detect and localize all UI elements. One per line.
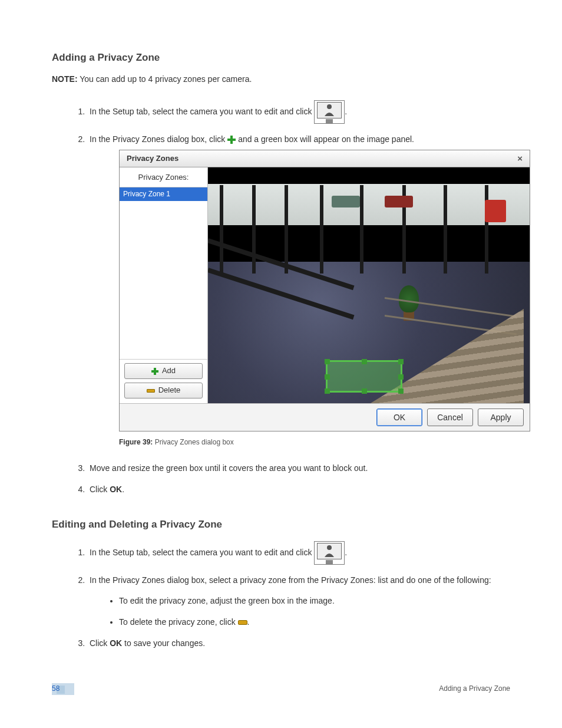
svg-point-1 [327,545,332,550]
cancel-button[interactable]: Cancel [427,409,473,426]
edit-sub-2-text-b: . [247,617,250,627]
privacy-zone-overlay[interactable] [326,360,402,393]
edit-step-1-text-a: In the Setup tab, select the camera you … [90,548,314,557]
step-3: Move and resize the green box until it c… [87,462,510,474]
delete-button-label: Delete [158,385,181,396]
zone-list-header: Privacy Zones: [120,167,207,187]
step-4-text-a: Click [90,485,110,494]
edit-step-3-text-c: to save your changes. [122,638,205,648]
figure-caption-text: Privacy Zones dialog box [153,438,233,446]
dialog-close-button[interactable]: × [515,152,525,165]
zone-list-item[interactable]: Privacy Zone 1 [120,187,207,201]
step-4: Click OK. [87,483,510,495]
svg-point-0 [327,104,332,109]
edit-sub-2-text-a: To delete the privacy zone, click [119,617,238,627]
page-footer: 58 Adding a Privacy Zone [52,684,510,693]
step-2: In the Privacy Zones dialog box, click a… [87,133,510,448]
edit-step-1: In the Setup tab, select the camera you … [87,541,510,565]
heading-editing-deleting: Editing and Deleting a Privacy Zone [52,519,510,531]
add-zone-button[interactable]: Add [124,363,203,379]
page-number: 58 [52,684,59,693]
step-1-text-a: In the Setup tab, select the camera you … [90,107,314,116]
edit-step-3-ok: OK [110,638,122,648]
steps-list-2: In the Setup tab, select the camera you … [87,541,510,649]
add-plus-icon [151,368,158,375]
add-plus-icon [227,136,236,144]
privacy-zone-tool-icon [314,541,345,565]
note-paragraph: NOTE: You can add up to 4 privacy zones … [52,74,510,84]
edit-step-2-sublist: To edit the privacy zone, adjust the gre… [119,595,510,628]
footer-section-label: Adding a Privacy Zone [439,684,510,693]
dialog-titlebar: Privacy Zones × [120,150,530,167]
edit-step-3: Click OK to save your changes. [87,637,510,649]
figure-label: Figure 39: [119,438,153,446]
apply-button[interactable]: Apply [478,409,524,426]
privacy-zones-dialog: Privacy Zones × Privacy Zones: Privacy Z… [119,150,530,431]
step-1-text-b: . [345,107,347,116]
edit-step-1-text-b: . [345,548,347,557]
step-2-text-b: and a green box will appear on the image… [238,134,414,144]
privacy-zone-tool-icon [314,100,345,124]
edit-step-3-text-a: Click [90,638,110,648]
edit-step-2-text: In the Privacy Zones dialog box, select … [90,575,491,585]
step-1: In the Setup tab, select the camera you … [87,100,510,124]
dialog-sidebar: Privacy Zones: Privacy Zone 1 Add [120,167,208,403]
zone-list[interactable]: Privacy Zone 1 [120,187,207,360]
edit-sub-1: To edit the privacy zone, adjust the gre… [119,595,510,607]
step-4-ok: OK [110,485,122,494]
delete-minus-icon [147,389,155,393]
delete-minus-icon [238,620,247,625]
step-2-text-a: In the Privacy Zones dialog box, click [90,134,227,144]
note-text: You can add up to 4 privacy zones per ca… [78,74,252,84]
step-4-text-c: . [122,485,124,494]
heading-adding-privacy-zone: Adding a Privacy Zone [52,52,510,64]
dialog-title-text: Privacy Zones [127,153,178,164]
edit-step-2: In the Privacy Zones dialog box, select … [87,574,510,628]
note-label: NOTE: [52,74,78,84]
edit-sub-2: To delete the privacy zone, click . [119,616,510,628]
dialog-footer: OK Cancel Apply [120,403,530,431]
steps-list-1: In the Setup tab, select the camera you … [87,100,510,495]
ok-button[interactable]: OK [376,409,422,426]
figure-caption: Figure 39: Privacy Zones dialog box [119,437,510,447]
add-button-label: Add [162,365,176,377]
camera-image-panel[interactable] [208,167,530,403]
delete-zone-button[interactable]: Delete [124,383,203,398]
